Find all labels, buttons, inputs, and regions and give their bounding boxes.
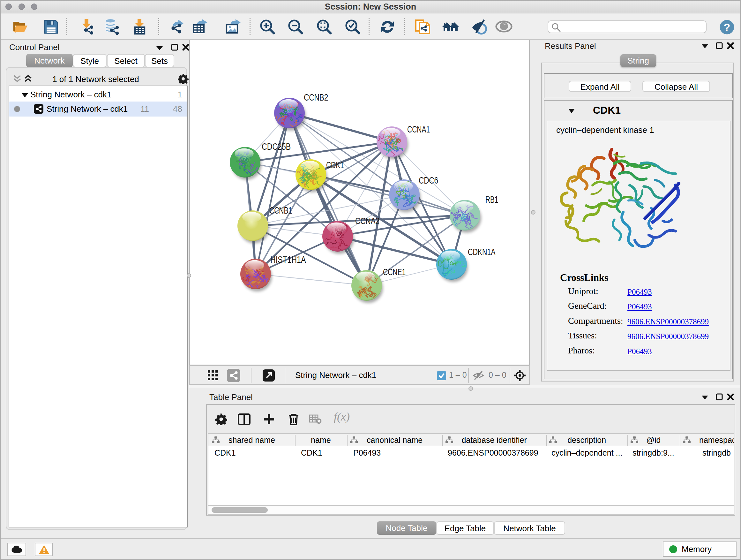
svg-text:CDC25B: CDC25B — [262, 141, 291, 152]
svg-text:CDK1: CDK1 — [326, 160, 344, 170]
svg-text:?: ? — [724, 21, 731, 33]
svg-text:HIST1H1A: HIST1H1A — [270, 254, 306, 265]
svg-text:CCNA2: CCNA2 — [355, 215, 380, 226]
svg-text:CCNE1: CCNE1 — [383, 266, 406, 277]
svg-text:CDKN1A: CDKN1A — [468, 246, 495, 257]
svg-text:CCNA1: CCNA1 — [407, 124, 430, 134]
svg-text:CCNB1: CCNB1 — [269, 205, 292, 215]
svg-text:CCNB2: CCNB2 — [304, 92, 328, 103]
svg-text:CDC6: CDC6 — [419, 175, 438, 186]
svg-text:RB1: RB1 — [485, 194, 498, 205]
